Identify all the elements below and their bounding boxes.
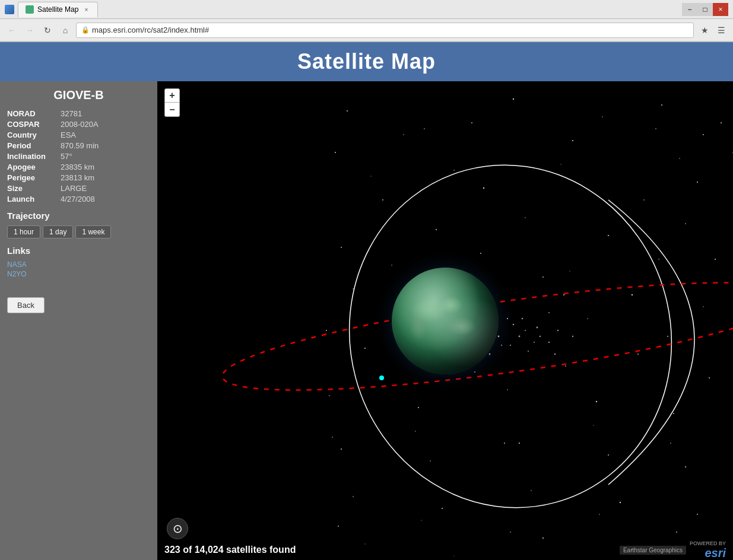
browser-tab[interactable]: Satellite Map ×	[18, 2, 98, 17]
app-body: GIOVE-B NORAD32781COSPAR2008-020ACountry…	[0, 81, 733, 560]
info-row: CountryESA	[7, 131, 150, 139]
zoom-out-button[interactable]: −	[164, 103, 180, 117]
lock-icon: 🔒	[81, 26, 90, 34]
map-area[interactable]: + − ⊙ 323 of 14,024 satellites found Ear…	[157, 81, 733, 560]
compass-arrow-icon: ⊙	[173, 521, 183, 536]
link-item[interactable]: NASA	[7, 260, 150, 269]
info-label: COSPAR	[7, 120, 61, 129]
link-item[interactable]: N2YO	[7, 270, 150, 278]
info-row: Launch4/27/2008	[7, 195, 150, 203]
trajectory-section-title: Trajectory	[7, 211, 150, 221]
info-value: 57°	[61, 152, 72, 161]
trajectory-button[interactable]: 1 week	[75, 225, 111, 238]
tab-close-btn[interactable]: ×	[82, 5, 90, 14]
svg-point-113	[379, 376, 384, 380]
links-section-title: Links	[7, 246, 150, 256]
bookmark-button[interactable]: ★	[697, 23, 712, 37]
earthstar-label: Earthstar Geographics	[620, 546, 686, 555]
zoom-in-button[interactable]: +	[164, 88, 180, 103]
close-button[interactable]: ×	[713, 3, 728, 16]
info-label: Perigee	[7, 173, 61, 182]
info-value: 4/27/2008	[61, 195, 95, 203]
info-row: Period870.59 min	[7, 141, 150, 150]
title-left: Satellite Map ×	[5, 2, 677, 17]
trajectory-button[interactable]: 1 hour	[7, 225, 40, 238]
trajectory-button[interactable]: 1 day	[43, 225, 73, 238]
info-row: Apogee23835 km	[7, 163, 150, 171]
address-text: maps.esri.com/rc/sat2/index.html#	[92, 26, 209, 34]
info-label: Country	[7, 131, 61, 139]
info-row: Inclination57°	[7, 152, 150, 161]
title-bar: Satellite Map × − □ ×	[0, 0, 733, 19]
menu-button[interactable]: ☰	[714, 23, 728, 37]
info-value: 870.59 min	[61, 141, 99, 150]
page-title: Satellite Map	[7, 49, 726, 74]
info-value: 23835 km	[61, 163, 94, 171]
links-list: NASAN2YO	[7, 260, 150, 278]
info-value: ESA	[61, 131, 76, 139]
info-table: NORAD32781COSPAR2008-020ACountryESAPerio…	[7, 109, 150, 203]
nav-bar: ← → ↻ ⌂ 🔒 maps.esri.com/rc/sat2/index.ht…	[0, 19, 733, 42]
back-button[interactable]: Back	[7, 297, 45, 313]
bottom-bar: 323 of 14,024 satellites found Earthstar…	[157, 539, 733, 560]
tab-favicon	[26, 5, 34, 14]
info-label: Size	[7, 184, 61, 193]
reload-button[interactable]: ↻	[40, 23, 55, 37]
svg-point-111	[311, 129, 710, 544]
info-label: Period	[7, 141, 61, 150]
trajectory-buttons: 1 hour1 day1 week	[7, 225, 150, 238]
app-icon	[5, 5, 14, 14]
home-button[interactable]: ⌂	[58, 23, 72, 37]
tab-title: Satellite Map	[37, 5, 78, 14]
minimize-button[interactable]: −	[682, 3, 697, 16]
info-value: 23813 km	[61, 173, 94, 182]
satellite-name: GIOVE-B	[7, 88, 150, 102]
address-bar[interactable]: 🔒 maps.esri.com/rc/sat2/index.html#	[76, 23, 694, 38]
esri-logo-block: POWERED BY esri	[690, 540, 726, 560]
sidebar: GIOVE-B NORAD32781COSPAR2008-020ACountry…	[0, 81, 157, 560]
compass-circle: ⊙	[167, 518, 188, 539]
maximize-button[interactable]: □	[697, 3, 713, 16]
info-label: Apogee	[7, 163, 61, 171]
nav-actions: ★ ☰	[697, 23, 728, 37]
app-header: Satellite Map	[0, 42, 733, 81]
back-button[interactable]: ←	[5, 23, 19, 37]
window-controls: − □ ×	[682, 3, 728, 16]
info-value: 32781	[61, 109, 82, 118]
forward-button[interactable]: →	[23, 23, 37, 37]
earth-clouds	[392, 268, 499, 374]
info-label: Launch	[7, 195, 61, 203]
esri-logo: esri	[705, 546, 726, 559]
info-row: NORAD32781	[7, 109, 150, 118]
earth-globe	[392, 268, 499, 374]
info-row: Perigee23813 km	[7, 173, 150, 182]
zoom-controls: + −	[164, 88, 180, 117]
browser-chrome: Satellite Map × − □ × ← → ↻ ⌂ 🔒 maps.esr…	[0, 0, 733, 42]
compass: ⊙	[167, 518, 188, 539]
info-label: Inclination	[7, 152, 61, 161]
info-label: NORAD	[7, 109, 61, 118]
info-row: COSPAR2008-020A	[7, 120, 150, 129]
info-value: LARGE	[61, 184, 87, 193]
esri-branding: Earthstar Geographics POWERED BY esri	[620, 540, 726, 560]
info-value: 2008-020A	[61, 120, 99, 129]
app-container: Satellite Map GIOVE-B NORAD32781COSPAR20…	[0, 42, 733, 560]
powered-by-text: POWERED BY	[690, 540, 726, 546]
info-row: SizeLARGE	[7, 184, 150, 193]
satellite-count: 323 of 14,024 satellites found	[164, 545, 296, 555]
